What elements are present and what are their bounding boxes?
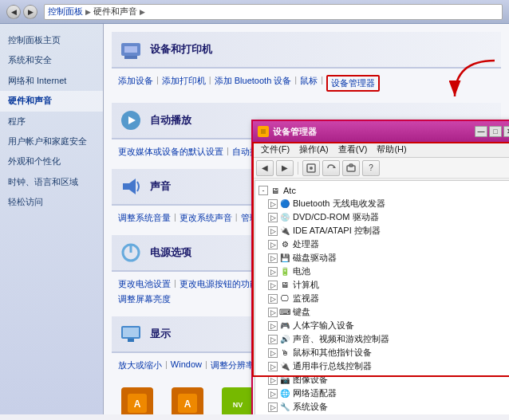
tree-network-label: 网络适配器 bbox=[293, 387, 337, 399]
sidebar-item-control-panel-home[interactable]: 控制面板主页 bbox=[0, 30, 103, 50]
tree-item-battery[interactable]: ▷ 🔋 电池 bbox=[255, 265, 509, 278]
tree-ide-label: IDE ATA/ATAPI 控制器 bbox=[293, 225, 381, 237]
toolbar-refresh-button[interactable] bbox=[322, 160, 340, 176]
svg-rect-11 bbox=[123, 328, 139, 337]
sidebar-item-clock-region[interactable]: 时钟、语言和区域 bbox=[0, 172, 103, 192]
keyboard-icon: ⌨ bbox=[279, 307, 290, 318]
link-add-bluetooth[interactable]: 添加 Bluetooth 设备 bbox=[215, 75, 292, 92]
svg-text:A: A bbox=[183, 398, 191, 410]
tree-item-display-adapter[interactable]: ▷ 🖥 显示适配器 bbox=[255, 414, 509, 414]
tree-keyboard-toggle[interactable]: ▷ bbox=[268, 308, 278, 317]
tree-network-toggle[interactable]: ▷ bbox=[268, 389, 278, 398]
link-autoplay-default[interactable]: 更改媒体或设备的默认设置 bbox=[118, 146, 223, 158]
svg-point-26 bbox=[310, 167, 313, 170]
tree-dvd-toggle[interactable]: ▷ bbox=[268, 213, 278, 222]
tree-item-imaging[interactable]: ▷ 📷 图像设备 bbox=[255, 373, 509, 387]
link-display-zoom[interactable]: 放大或缩小 bbox=[118, 359, 162, 371]
sidebar-item-system-security[interactable]: 系统和安全 bbox=[0, 50, 103, 70]
link-add-device[interactable]: 添加设备 bbox=[118, 75, 153, 92]
link-power-battery[interactable]: 更改电池设置 bbox=[118, 278, 171, 290]
sidebar-item-user-accounts[interactable]: 用户帐户和家庭安全 bbox=[0, 131, 103, 151]
tree-computer-toggle[interactable]: ▷ bbox=[268, 281, 278, 290]
tree-item-hid[interactable]: ▷ 🎮 人体字输入设备 bbox=[255, 319, 509, 332]
tree-item-bluetooth[interactable]: ▷ 🔵 Bluetooth 无线电收发器 bbox=[255, 197, 509, 210]
sidebar-item-programs[interactable]: 程序 bbox=[0, 112, 103, 131]
tree-item-mouse[interactable]: ▷ 🖱 鼠标和其他指针设备 bbox=[255, 346, 509, 359]
tree-root-icon: 🖥 bbox=[270, 185, 281, 196]
back-button[interactable]: ◀ bbox=[6, 5, 21, 19]
tree-usb-toggle[interactable]: ▷ bbox=[268, 362, 278, 371]
devmgr-close-button[interactable]: ✕ bbox=[503, 126, 509, 137]
tree-audio-toggle[interactable]: ▷ bbox=[268, 335, 278, 344]
tree-processor-toggle[interactable]: ▷ bbox=[268, 240, 278, 249]
section-icon-sound bbox=[118, 174, 144, 199]
tree-mouse-toggle[interactable]: ▷ bbox=[268, 348, 278, 358]
tree-item-system[interactable]: ▷ 🔧 系统设备 bbox=[255, 400, 509, 414]
link-display-windows[interactable]: Window bbox=[171, 359, 202, 371]
app-autodesk1[interactable]: A Autode... bbox=[115, 387, 159, 414]
section-title-display: 显示 bbox=[150, 327, 171, 341]
section-title-power: 电源选项 bbox=[150, 245, 191, 260]
tree-processor-label: 处理器 bbox=[293, 238, 319, 250]
link-device-manager[interactable]: 设备管理器 bbox=[331, 78, 375, 88]
tree-item-processor[interactable]: ▷ ⚙ 处理器 bbox=[255, 237, 509, 251]
tree-item-usb[interactable]: ▷ 🔌 通用串行总线控制器 bbox=[255, 359, 509, 373]
toolbar-show-hidden-button[interactable] bbox=[302, 160, 320, 176]
link-add-printer[interactable]: 添加打印机 bbox=[162, 75, 206, 92]
devmgr-tree[interactable]: - 🖥 Atc ▷ 🔵 Bluetooth 无线电收发器 ▷ 💿 bbox=[254, 180, 509, 414]
cpu-icon: ⚙ bbox=[279, 239, 290, 250]
link-mouse[interactable]: 鼠标 bbox=[300, 75, 318, 92]
section-links-devices: 添加设备 | 添加打印机 | 添加 Bluetooth 设备 | 鼠标 | 设备… bbox=[112, 73, 501, 93]
tree-bluetooth-label: Bluetooth 无线电收发器 bbox=[293, 198, 385, 210]
tree-item-ide[interactable]: ▷ 🔌 IDE ATA/ATAPI 控制器 bbox=[255, 224, 509, 237]
tree-bluetooth-toggle[interactable]: ▷ bbox=[268, 199, 278, 209]
forward-button[interactable]: ▶ bbox=[23, 5, 37, 19]
menu-view[interactable]: 查看(V) bbox=[333, 143, 373, 156]
tree-item-dvd[interactable]: ▷ 💿 DVD/CD-ROM 驱动器 bbox=[255, 210, 509, 224]
tree-root[interactable]: - 🖥 Atc bbox=[255, 184, 509, 197]
tree-item-audio[interactable]: ▷ 🔊 声音、视频和游戏控制器 bbox=[255, 332, 509, 346]
tree-hid-toggle[interactable]: ▷ bbox=[268, 321, 278, 331]
address-home[interactable]: 控制面板 bbox=[48, 6, 83, 18]
devmgr-titlebar-btns: — □ ✕ bbox=[475, 126, 509, 137]
tree-item-computer[interactable]: ▷ 🖥 计算机 bbox=[255, 278, 509, 292]
devmgr-maximize-button[interactable]: □ bbox=[489, 126, 502, 137]
network-adapter-icon: 🌐 bbox=[279, 388, 290, 399]
sidebar-item-hardware-sound[interactable]: 硬件和声音 bbox=[0, 91, 103, 111]
tree-item-keyboard[interactable]: ▷ ⌨ 键盘 bbox=[255, 305, 509, 319]
tree-system-toggle[interactable]: ▷ bbox=[268, 402, 278, 412]
tree-root-toggle[interactable]: - bbox=[258, 186, 268, 195]
tree-item-network[interactable]: ▷ 🌐 网络适配器 bbox=[255, 387, 509, 400]
sidebar-item-appearance[interactable]: 外观和个性化 bbox=[0, 151, 103, 171]
menu-help[interactable]: 帮助(H) bbox=[372, 143, 411, 156]
tree-disk-toggle[interactable]: ▷ bbox=[268, 253, 278, 263]
tree-item-monitor[interactable]: ▷ 🖵 监视器 bbox=[255, 292, 509, 305]
tree-ide-toggle[interactable]: ▷ bbox=[268, 226, 278, 236]
link-system-sound[interactable]: 更改系统声音 bbox=[180, 212, 232, 224]
titlebar-buttons: ◀ ▶ bbox=[6, 5, 37, 19]
section-title-sound: 声音 bbox=[150, 179, 171, 194]
toolbar-back-button[interactable]: ◀ bbox=[256, 160, 274, 176]
link-display-settings[interactable]: 调整分辨率 bbox=[211, 359, 254, 371]
devmgr-minimize-button[interactable]: — bbox=[475, 126, 487, 137]
toolbar-help-button[interactable]: ? bbox=[362, 160, 380, 176]
toolbar-forward-button[interactable]: ▶ bbox=[276, 160, 294, 176]
audio-icon: 🔊 bbox=[279, 334, 290, 345]
menu-file[interactable]: 文件(F) bbox=[256, 143, 294, 156]
link-power-button[interactable]: 更改电源按钮的功能 bbox=[180, 278, 258, 290]
link-brightness[interactable]: 调整屏幕亮度 bbox=[118, 293, 171, 305]
tree-item-disk[interactable]: ▷ 💾 磁盘驱动器 bbox=[255, 251, 509, 265]
sidebar-item-accessibility[interactable]: 轻松访问 bbox=[0, 192, 103, 212]
monitor-icon: 🖵 bbox=[279, 293, 290, 304]
sidebar-item-network-internet[interactable]: 网络和 Internet bbox=[0, 71, 103, 91]
app-autodesk2[interactable]: A Autode... bbox=[165, 387, 209, 414]
menu-action[interactable]: 操作(A) bbox=[294, 143, 333, 156]
tree-system-label: 系统设备 bbox=[293, 401, 328, 413]
device-manager-highlight: 设备管理器 bbox=[326, 75, 380, 92]
tree-monitor-toggle[interactable]: ▷ bbox=[268, 294, 278, 304]
toolbar-properties-button[interactable] bbox=[342, 160, 360, 176]
tree-imaging-toggle[interactable]: ▷ bbox=[268, 375, 278, 385]
link-adjust-volume[interactable]: 调整系统音量 bbox=[118, 212, 171, 224]
dvd-icon: 💿 bbox=[279, 212, 290, 223]
tree-battery-toggle[interactable]: ▷ bbox=[268, 267, 278, 277]
